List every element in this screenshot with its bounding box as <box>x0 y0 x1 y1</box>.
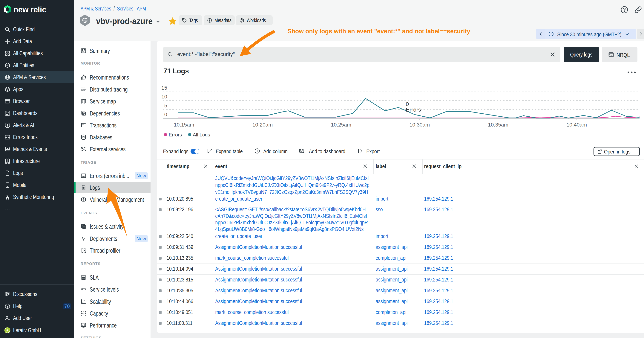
svg-text:5: 5 <box>164 103 167 109</box>
svg-text:All Logs: All Logs <box>193 132 210 138</box>
svg-text:10:40am: 10:40am <box>566 122 587 128</box>
svg-text:Errors: Errors <box>406 107 421 113</box>
svg-text:0: 0 <box>164 112 167 117</box>
svg-text:10:35am: 10:35am <box>488 122 508 128</box>
svg-text:10:20am: 10:20am <box>252 122 273 128</box>
svg-text:0: 0 <box>406 101 409 107</box>
svg-text:10:25am: 10:25am <box>331 122 351 128</box>
svg-text:10:30am: 10:30am <box>410 122 430 128</box>
svg-text:15: 15 <box>161 85 167 91</box>
svg-text:10: 10 <box>161 94 167 100</box>
svg-text:Errors: Errors <box>169 132 182 138</box>
svg-text:10:15am: 10:15am <box>174 122 194 128</box>
